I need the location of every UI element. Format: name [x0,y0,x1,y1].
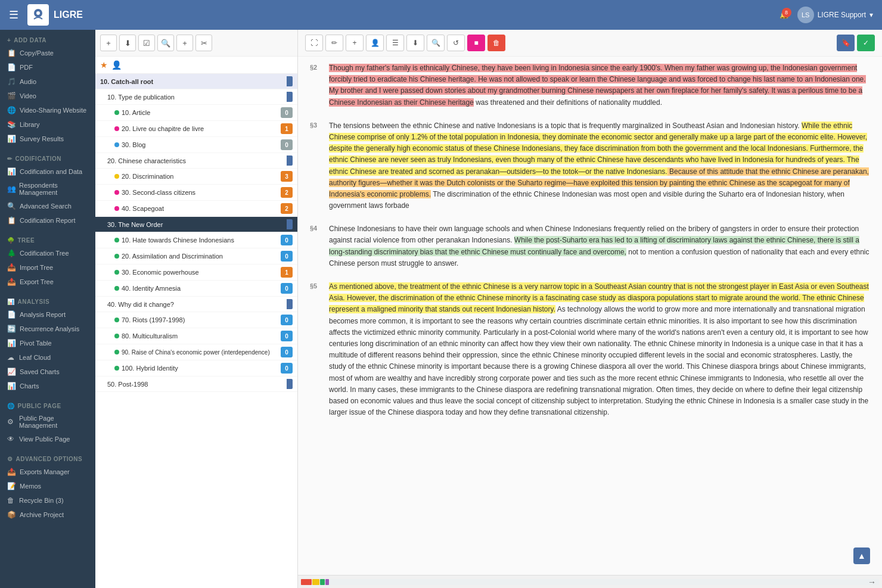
sidebar-item-import-tree[interactable]: 📥 Import Tree [0,260,95,275]
tree-node[interactable]: 50. Post-1998 [95,377,297,392]
sidebar-item-recurrence[interactable]: 🔄 Recurrence Analysis [0,322,95,336]
sidebar-public-label: PUBLIC PAGE [18,403,61,409]
tree-node[interactable]: 20. Chinese characteristics [95,153,297,169]
sidebar-item-label: Import Tree [20,264,53,271]
tree-node[interactable]: 10. Catch-all root [95,74,297,89]
sidebar-item-saved-charts[interactable]: 📈 Saved Charts [0,365,95,379]
sidebar-item-label: Respondents Management [19,182,88,196]
tree-badge: 0 [281,347,293,357]
data-icon: 📊 [7,167,16,176]
sidebar-item-copypaste[interactable]: 📋 Copy/Paste [0,46,95,60]
sidebar-item-codification-data[interactable]: 📊 Codification and Data [0,164,95,179]
plain-text: was threatened and their definitions of … [474,98,662,107]
fullscreen-button[interactable]: ⛶ [305,35,323,51]
sidebar-item-label: Archive Project [20,511,64,518]
arrow-up-icon: ▲ [858,551,866,561]
tree-node[interactable]: 40. Why did it change? [95,297,297,312]
refresh-button[interactable]: ↺ [447,35,465,51]
sidebar-item-respondents[interactable]: 👥 Respondents Management [0,179,95,199]
sidebar-item-exports-manager[interactable]: 📤 Exports Manager [0,465,95,479]
tree-node[interactable]: 20. Assimilation and Discrimination 0 [95,248,297,265]
sidebar-header-add-data: + ADD DATA [0,35,95,46]
hamburger-icon[interactable]: ☰ [9,8,18,21]
sidebar-item-charts[interactable]: 📊 Charts [0,379,95,393]
tree-node[interactable]: 30. Economic powerhouse 1 [95,265,297,281]
sidebar-item-label: Saved Charts [20,368,60,375]
sidebar-item-archive-project[interactable]: 📦 Archive Project [0,508,95,522]
sidebar-item-advanced-search[interactable]: 🔍 Advanced Search [0,199,95,213]
plain-text: The tensions between the ethnic Chinese … [329,122,802,130]
tree-node[interactable]: 90. Raise of China's economic power (int… [95,344,297,360]
list-button[interactable]: ☰ [386,35,404,51]
color-dot [114,350,119,354]
sidebar-section-advanced: ⚙ ADVANCED OPTIONS 📤 Exports Manager 📝 M… [0,449,95,524]
tree-node[interactable]: 40. Scapegoat 2 [95,201,297,217]
tree-node[interactable]: 10. Type de publication [95,89,297,105]
top-navigation: ☰ LIGRE 🔔 8 LS LIGRE Support ▾ [0,0,882,30]
tree-badge: 1 [281,123,293,134]
sidebar-item-video-sharing[interactable]: 🌐 Video-Sharing Website [0,103,95,117]
sidebar-item-public-management[interactable]: ⚙ Public Page Management [0,412,95,432]
tree-node-label: 10. Article [122,109,281,116]
tree-node[interactable]: 20. Discrimination 3 [95,169,297,185]
toolbar-right: 🔖 ✓ [837,35,875,51]
sidebar-item-codification-tree[interactable]: 🌲 Codification Tree [0,246,95,260]
tree-node[interactable]: 70. Riots (1997-1998) 0 [95,312,297,328]
sidebar-item-memos[interactable]: 📝 Memos [0,479,95,493]
download-button[interactable]: ⬇ [406,35,424,51]
sidebar-header-advanced: ⚙ ADVANCED OPTIONS [0,453,95,465]
color-dot [114,110,119,115]
tree-node[interactable]: 30. Blog 0 [95,137,297,153]
sidebar-section-analysis: 📊 ANALYSIS 📄 Analysis Report 🔄 Recurrenc… [0,291,95,396]
tree-badge: 1 [281,267,293,278]
tree-check-button[interactable]: ☑ [138,35,155,51]
sidebar-item-analysis-report[interactable]: 📄 Analysis Report [0,307,95,322]
sidebar-item-audio[interactable]: 🎵 Audio [0,74,95,89]
tree-cut-button[interactable]: ✂ [195,35,212,51]
sidebar-item-recycle-bin[interactable]: 🗑 Recycle Bin (3) [0,493,95,508]
edit-button[interactable]: ✏ [325,35,343,51]
sidebar-item-library[interactable]: 📚 Library [0,117,95,132]
sidebar-item-codification-report[interactable]: 📋 Codification Report [0,213,95,228]
pdf-icon: 📄 [7,63,16,71]
star-filter-icon[interactable]: ★ [100,60,108,70]
confirm-button[interactable]: ✓ [857,35,875,51]
tree-node[interactable]: 100. Hybrid Identity 0 [95,360,297,377]
sidebar-item-view-public[interactable]: 👁 View Public Page [0,432,95,446]
tree-node[interactable]: 10. Article 0 [95,105,297,121]
user-filter-icon[interactable]: 👤 [111,60,122,70]
delete-button[interactable]: 🗑 [487,35,505,51]
bookmark-button[interactable]: 🔖 [837,35,855,51]
sidebar-item-pivot-table[interactable]: 📊 Pivot Table [0,336,95,350]
sidebar-item-pdf[interactable]: 📄 PDF [0,60,95,74]
tree-add2-button[interactable]: + [176,35,193,51]
para-text: The tensions between the ethnic Chinese … [329,120,870,212]
tree-node[interactable]: 20. Livre ou chapitre de livre 1 [95,121,297,137]
record-button[interactable]: ■ [467,35,485,51]
color-dot [114,190,119,195]
plus-icon: + [7,37,11,43]
sidebar-item-leaf-cloud[interactable]: ☁ Leaf Cloud [0,350,95,365]
search-icon: 🔍 [7,202,16,210]
sidebar-item-survey-results[interactable]: 📊 Survey Results [0,132,95,146]
tree-node[interactable]: 40. Identity Amnesia 0 [95,281,297,297]
tree-node[interactable]: 30. The New Order [95,217,297,232]
user-button[interactable]: 👤 [366,35,384,51]
tree-node[interactable]: 10. Hate towards Chinese Indonesians 0 [95,232,297,248]
logo-text: LIGRE [54,10,83,20]
sidebar-item-video[interactable]: 🎬 Video [0,89,95,103]
notifications-button[interactable]: 🔔 8 [779,11,788,19]
tree-node-bar [287,155,293,166]
tree-add-button[interactable]: + [100,35,117,51]
add-segment-button[interactable]: + [346,35,364,51]
tree-search-button[interactable]: 🔍 [157,35,174,51]
sidebar-item-export-tree[interactable]: 📤 Export Tree [0,275,95,289]
search-button[interactable]: 🔍 [427,35,445,51]
tree-node[interactable]: 30. Second-class citizens 2 [95,185,297,201]
tree-download-button[interactable]: ⬇ [119,35,136,51]
color-dot [114,318,119,322]
tree-node[interactable]: 80. Multiculturalism 0 [95,328,297,344]
user-menu-button[interactable]: LS LIGRE Support ▾ [797,7,873,23]
tree-badge: 0 [281,315,293,325]
scroll-to-top-button[interactable]: ▲ [853,547,870,564]
